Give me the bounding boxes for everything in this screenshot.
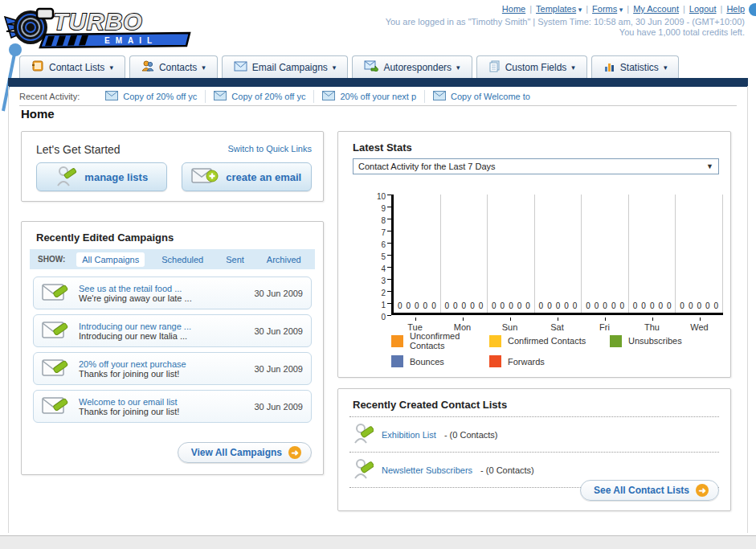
x-tick-mark [652, 318, 653, 321]
campaign-subtitle: We're giving away our late ... [79, 293, 254, 303]
list-edit-icon [353, 457, 374, 482]
create-an-email-button[interactable]: create an email [182, 162, 313, 191]
filter-scheduled[interactable]: Scheduled [156, 252, 209, 267]
tab-custom-fields[interactable]: Custom Fields▾ [476, 55, 587, 78]
value-label: 0 [539, 301, 544, 310]
filter-sent[interactable]: Sent [220, 252, 250, 267]
top-link-templates[interactable]: Templates [536, 4, 576, 14]
stats-period-value: Contact Activity for the Last 7 Days [358, 162, 496, 171]
chevron-down-icon: ▾ [617, 6, 623, 14]
top-link-home[interactable]: Home [502, 4, 525, 14]
mail-small-icon [105, 91, 118, 102]
chart-group-sat: 00000 [535, 195, 582, 313]
chevron-down-icon: ▾ [202, 64, 206, 72]
tab-statistics[interactable]: Statistics▾ [591, 55, 680, 78]
contact-list-name-link[interactable]: Exhibition List [382, 430, 436, 440]
recent-activity-item[interactable]: Copy of 20% off yc [97, 90, 205, 103]
view-all-campaigns-button[interactable]: View All Campaigns ➜ [178, 442, 312, 463]
top-link-forms[interactable]: Forms [592, 4, 617, 14]
contact-list-row[interactable]: Exhibition List- (0 Contacts) [349, 416, 719, 452]
campaign-title-link[interactable]: Introducing our new range ... [79, 322, 254, 331]
autoresponders-icon [364, 60, 378, 74]
tab-label: Email Campaigns [252, 62, 328, 73]
value-label: 0 [573, 301, 578, 310]
help-balloon-icon[interactable] [749, 3, 756, 16]
legend-label: Forwards [508, 357, 545, 367]
credits-status-text: You have 1,000 total credits left. [619, 27, 745, 37]
value-label: 0 [705, 301, 710, 310]
left-page-border [8, 86, 9, 533]
turbo-email-logo[interactable]: TURBO EMAIL [3, 2, 196, 49]
campaign-title-link[interactable]: Welcome to our email list [79, 397, 254, 407]
value-label: 0 [658, 301, 663, 310]
campaign-row[interactable]: See us at the retail food ...We're givin… [33, 277, 312, 309]
switch-quick-links-link[interactable]: Switch to Quick Links [227, 144, 312, 154]
custom-fields-icon [488, 60, 501, 75]
x-tick-mark [558, 318, 558, 321]
x-tick-label: Sat [533, 318, 581, 332]
campaign-edit-icon [42, 281, 69, 305]
recent-activity-item[interactable]: Copy of Welcome to [424, 90, 538, 103]
campaign-row[interactable]: Welcome to our email listThanks for join… [33, 390, 312, 423]
value-label: 0 [525, 301, 530, 310]
contact-list-name-link[interactable]: Newsletter Subscribers [382, 465, 472, 475]
logo-subtitle-text: EMAIL [104, 36, 157, 45]
page-title: Home [21, 107, 55, 121]
legend-item-unsubscribes: Unsubscribes [610, 331, 682, 350]
y-tick-label: 8 [381, 216, 386, 225]
x-tick-label: Sun [486, 318, 533, 332]
get-started-panel: Let's Get Started Switch to Quick Links … [21, 131, 324, 202]
chart-group-fri: 00000 [582, 195, 629, 313]
chevron-down-icon: ▼ [706, 162, 713, 170]
recent-activity-item[interactable]: 20% off your next p [313, 90, 424, 103]
tab-email-campaigns[interactable]: Email Campaigns▾ [222, 55, 349, 78]
y-tick-label: 3 [381, 277, 386, 285]
x-tick-mark [510, 318, 511, 321]
campaign-date: 30 Jun 2009 [254, 326, 303, 336]
tab-autoresponders[interactable]: Autoresponders▾ [352, 55, 472, 78]
chart-group-tue: 00000 [394, 195, 441, 313]
see-all-contact-lists-button[interactable]: See All Contact Lists ➜ [580, 480, 719, 501]
campaign-edit-icon [42, 395, 69, 418]
tab-contact-lists[interactable]: Contact Lists▾ [19, 55, 125, 78]
campaign-row[interactable]: 20% off your next purchaseThanks for joi… [33, 352, 312, 385]
value-label: 0 [556, 301, 561, 310]
value-label: 0 [611, 301, 616, 310]
nav-divider-bar [8, 78, 748, 87]
filter-archived[interactable]: Archived [261, 252, 307, 267]
value-label: 0 [564, 301, 569, 310]
campaign-row[interactable]: Introducing our new range ...Introducing… [33, 314, 312, 347]
y-tick-label: 9 [381, 204, 386, 213]
x-tick-label: Mon [439, 318, 486, 332]
stats-period-dropdown[interactable]: Contact Activity for the Last 7 Days ▼ [353, 158, 719, 174]
recent-activity-item[interactable]: Copy of 20% off yc [205, 90, 313, 103]
legend-swatch [391, 335, 403, 347]
arrow-circle-icon: ➜ [696, 484, 709, 497]
contact-lists-title: Recently Created Contact Lists [353, 399, 507, 411]
chevron-down-icon: ▾ [664, 64, 668, 72]
filter-all-campaigns[interactable]: All Campaigns [76, 252, 145, 267]
campaign-title-link[interactable]: See us at the retail food ... [79, 284, 254, 293]
tab-contacts[interactable]: Contacts▾ [129, 55, 218, 78]
footer-strip [0, 535, 756, 549]
logo-email-banner: EMAIL [40, 33, 190, 47]
x-tick-label: Fri [581, 318, 628, 332]
campaign-title-link[interactable]: 20% off your next purchase [79, 359, 254, 369]
top-link-my-account[interactable]: My Account [633, 4, 679, 14]
manage-lists-button[interactable]: manage lists [36, 162, 167, 191]
legend-item-unconfirmed-contacts: Unconfirmed Contacts [391, 331, 489, 350]
y-tick-label: 7 [381, 228, 386, 237]
link-separator: | [627, 4, 629, 14]
recent-activity-items: Copy of 20% off ycCopy of 20% off yc20% … [97, 90, 538, 103]
contact-list-count: - (0 Contacts) [480, 465, 534, 475]
y-tick-label: 1 [381, 301, 386, 309]
value-label: 0 [633, 301, 638, 310]
contact-activity-chart: 012345678910 000000000000000000000000000… [370, 195, 723, 332]
login-status-text: You are logged in as "Timothy Smith" | S… [386, 17, 745, 27]
campaign-texts: Welcome to our email listThanks for join… [79, 397, 254, 416]
top-link-logout[interactable]: Logout [689, 4, 717, 14]
top-link-help[interactable]: Help [726, 4, 745, 14]
x-tick-mark [463, 318, 464, 321]
email-campaigns-icon [234, 61, 247, 74]
value-label: 0 [509, 301, 513, 310]
